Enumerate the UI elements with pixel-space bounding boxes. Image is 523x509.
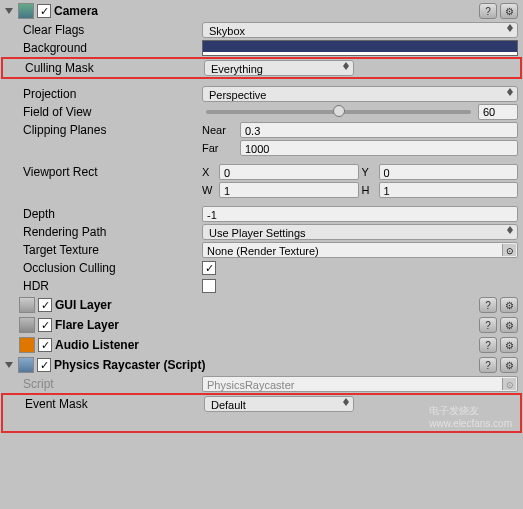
- clipping-row-far: Far 1000: [1, 139, 522, 157]
- vh-label: H: [362, 184, 376, 196]
- event-mask-row: Event Mask Default: [3, 395, 520, 413]
- gear-icon[interactable]: ⚙: [500, 3, 518, 19]
- depth-row: Depth -1: [1, 205, 522, 223]
- flare-layer-checkbox[interactable]: ✓: [38, 318, 52, 332]
- gear-icon[interactable]: ⚙: [500, 297, 518, 313]
- event-mask-dropdown[interactable]: Default: [204, 396, 354, 412]
- viewport-x-input[interactable]: 0: [219, 164, 359, 180]
- target-texture-field[interactable]: None (Render Texture) ⊙: [202, 242, 518, 258]
- viewport-label: Viewport Rect: [23, 165, 198, 179]
- gui-layer-icon: [19, 297, 35, 313]
- hdr-label: HDR: [23, 279, 198, 293]
- viewport-row-1: Viewport Rect X 0 Y 0: [1, 163, 522, 181]
- clear-flags-dropdown[interactable]: Skybox: [202, 22, 518, 38]
- projection-label: Projection: [23, 87, 198, 101]
- slider-thumb-icon[interactable]: [333, 105, 345, 117]
- event-mask-highlight: Event Mask Default 电子发烧友 www.elecfans.co…: [1, 393, 522, 433]
- audio-listener-title: Audio Listener: [55, 338, 476, 352]
- gui-layer-title: GUI Layer: [55, 298, 476, 312]
- background-color-field[interactable]: [202, 40, 518, 56]
- camera-enable-checkbox[interactable]: ✓: [37, 4, 51, 18]
- clipping-row-near: Clipping Planes Near 0.3: [1, 121, 522, 139]
- flare-layer-title: Flare Layer: [55, 318, 476, 332]
- fov-input[interactable]: [478, 104, 518, 120]
- rendering-path-dropdown[interactable]: Use Player Settings: [202, 224, 518, 240]
- vx-label: X: [202, 166, 216, 178]
- background-row: Background: [1, 39, 522, 57]
- culling-mask-label: Culling Mask: [25, 61, 200, 75]
- audio-listener-header[interactable]: ✓ Audio Listener ? ⚙: [1, 335, 522, 355]
- target-texture-label: Target Texture: [23, 243, 198, 257]
- help-icon[interactable]: ?: [479, 297, 497, 313]
- object-picker-icon: ⊙: [502, 378, 516, 390]
- audio-listener-icon: [19, 337, 35, 353]
- foldout-icon[interactable]: [5, 8, 13, 14]
- gear-icon[interactable]: ⚙: [500, 357, 518, 373]
- rendering-path-row: Rendering Path Use Player Settings: [1, 223, 522, 241]
- physics-raycaster-header[interactable]: ✓ Physics Raycaster (Script) ? ⚙: [1, 355, 522, 375]
- hdr-checkbox[interactable]: [202, 279, 216, 293]
- physics-raycaster-title: Physics Raycaster (Script): [54, 358, 476, 372]
- background-label: Background: [23, 41, 198, 55]
- flare-layer-header[interactable]: ✓ Flare Layer ? ⚙: [1, 315, 522, 335]
- projection-dropdown[interactable]: Perspective: [202, 86, 518, 102]
- culling-mask-highlight: Culling Mask Everything: [1, 57, 522, 79]
- occlusion-checkbox[interactable]: ✓: [202, 261, 216, 275]
- vw-label: W: [202, 184, 216, 196]
- clear-flags-label: Clear Flags: [23, 23, 198, 37]
- fov-label: Field of View: [23, 105, 198, 119]
- help-icon[interactable]: ?: [479, 337, 497, 353]
- foldout-icon[interactable]: [5, 362, 13, 368]
- viewport-w-input[interactable]: 1: [219, 182, 359, 198]
- gui-layer-header[interactable]: ✓ GUI Layer ? ⚙: [1, 295, 522, 315]
- rendering-path-label: Rendering Path: [23, 225, 198, 239]
- depth-label: Depth: [23, 207, 198, 221]
- audio-listener-checkbox[interactable]: ✓: [38, 338, 52, 352]
- script-value: PhysicsRaycaster: [207, 379, 294, 391]
- far-label: Far: [202, 142, 237, 154]
- viewport-row-2: W 1 H 1: [1, 181, 522, 199]
- camera-title: Camera: [54, 4, 476, 18]
- event-mask-label: Event Mask: [25, 397, 200, 411]
- culling-mask-row: Culling Mask Everything: [3, 59, 520, 77]
- target-texture-row: Target Texture None (Render Texture) ⊙: [1, 241, 522, 259]
- object-picker-icon[interactable]: ⊙: [502, 244, 516, 256]
- viewport-y-input[interactable]: 0: [379, 164, 519, 180]
- depth-input[interactable]: -1: [202, 206, 518, 222]
- camera-component-header[interactable]: ✓ Camera ? ⚙: [1, 1, 522, 21]
- script-row: Script PhysicsRaycaster ⊙: [1, 375, 522, 393]
- vy-label: Y: [362, 166, 376, 178]
- projection-row: Projection Perspective: [1, 85, 522, 103]
- occlusion-label: Occlusion Culling: [23, 261, 198, 275]
- script-field: PhysicsRaycaster ⊙: [202, 376, 518, 392]
- script-label: Script: [23, 377, 198, 391]
- help-icon[interactable]: ?: [479, 3, 497, 19]
- gear-icon[interactable]: ⚙: [500, 337, 518, 353]
- far-input[interactable]: 1000: [240, 140, 518, 156]
- flare-layer-icon: [19, 317, 35, 333]
- help-icon[interactable]: ?: [479, 317, 497, 333]
- help-icon[interactable]: ?: [479, 357, 497, 373]
- near-label: Near: [202, 124, 237, 136]
- viewport-h-input[interactable]: 1: [379, 182, 519, 198]
- culling-mask-dropdown[interactable]: Everything: [204, 60, 354, 76]
- fov-slider[interactable]: [206, 110, 471, 114]
- physics-raycaster-icon: [18, 357, 34, 373]
- clear-flags-row: Clear Flags Skybox: [1, 21, 522, 39]
- gear-icon[interactable]: ⚙: [500, 317, 518, 333]
- inspector-panel: ✓ Camera ? ⚙ Clear Flags Skybox Backgrou…: [0, 0, 523, 434]
- near-input[interactable]: 0.3: [240, 122, 518, 138]
- hdr-row: HDR: [1, 277, 522, 295]
- occlusion-row: Occlusion Culling ✓: [1, 259, 522, 277]
- physics-raycaster-checkbox[interactable]: ✓: [37, 358, 51, 372]
- gui-layer-checkbox[interactable]: ✓: [38, 298, 52, 312]
- camera-icon: [18, 3, 34, 19]
- fov-row: Field of View: [1, 103, 522, 121]
- target-texture-value: None (Render Texture): [207, 245, 319, 257]
- clipping-label: Clipping Planes: [23, 123, 198, 137]
